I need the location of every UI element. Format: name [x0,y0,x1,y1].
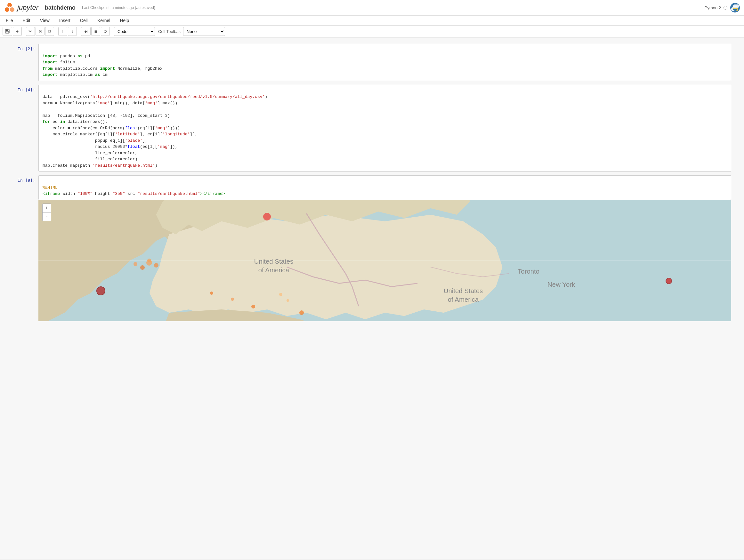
toolbar-separator-4 [112,28,112,35]
earthquake-dot-ca-3 [251,305,255,309]
top-bar: J jupyter batchdemo Last Checkpoint: a m… [0,0,744,16]
cell-9-container: In [9]: %%HTML <iframe width="100%" heig… [13,175,731,321]
earthquake-dot-top [263,213,271,221]
earthquake-dot-right [666,278,672,284]
earthquake-dot-ca-2 [231,297,234,301]
menu-bar: File Edit View Insert Cell Kernel Help [0,16,744,26]
svg-text:of America: of America [448,296,479,303]
svg-text:Toronto: Toronto [518,268,540,275]
paste-button[interactable]: ⧉ [45,27,54,36]
svg-text:New York: New York [548,281,575,288]
save-button[interactable] [3,27,12,36]
map-output: Canada United States of America United S… [38,200,731,321]
cell-2-container: In [2]: import pandas as pd import foliu… [13,44,731,81]
zoom-out-button[interactable]: - [43,212,51,221]
cell-4-container: In [4]: data = pd.read_csv('http://earth… [13,85,731,172]
move-up-button[interactable]: ↑ [58,27,67,36]
cell-4-body[interactable]: data = pd.read_csv('http://earthquake.us… [38,85,731,172]
earthquake-dot-cluster-3 [154,263,158,268]
zoom-in-button[interactable]: + [43,204,51,212]
cut-button[interactable]: ✂ [26,27,35,36]
main-content: In [2]: import pandas as pd import foliu… [0,37,744,559]
svg-text:United States: United States [444,287,483,294]
menu-insert[interactable]: Insert [57,17,72,24]
python-badge: Python 2 [705,3,740,13]
menu-cell[interactable]: Cell [78,17,90,24]
copy-button[interactable]: ⎘ [36,27,44,36]
cell-9-prompt: In [9]: [13,175,38,183]
menu-view[interactable]: View [38,17,51,24]
python-icon [730,3,740,13]
earthquake-dot-ca-4 [279,293,282,296]
toolbar-separator-1 [24,28,24,35]
jupyter-wordmark: jupyter [17,3,38,12]
earthquake-dot-ca-6 [299,310,304,315]
cell-type-select[interactable]: Code Markdown Raw NBConvert Heading [114,27,155,36]
cell-2-prompt: In [2]: [13,44,38,51]
svg-rect-7 [6,31,9,33]
kernel-status-circle [723,6,728,10]
earthquake-dot-cluster-4 [134,262,137,266]
jupyter-icon: J [4,2,15,13]
svg-text:United States: United States [254,258,294,265]
toolbar-separator-3 [79,28,79,35]
earthquake-dot-cluster-5 [147,258,151,263]
cell-2-body[interactable]: import pandas as pd import folium from m… [38,44,731,81]
map-zoom-controls: + - [42,203,51,221]
earthquake-dot-cluster-2 [140,265,145,270]
cell-9-wrapper: %%HTML <iframe width="100%" height="350"… [38,175,731,321]
restart-button[interactable]: ↺ [101,27,110,36]
fast-back-button[interactable]: ⏮ [81,27,90,36]
cell-4-prompt: In [4]: [13,85,38,92]
map-background: Canada United States of America United S… [38,200,731,321]
python-version-label: Python 2 [705,5,721,10]
earthquake-dot-ca-1 [210,291,213,295]
menu-help[interactable]: Help [118,17,131,24]
toolbar: + ✂ ⎘ ⧉ ↑ ↓ ⏮ ■ ↺ Code Markdown Raw NBCo… [0,26,744,37]
add-cell-button[interactable]: + [13,27,22,36]
menu-file[interactable]: File [4,17,15,24]
toolbar-separator-2 [56,28,57,35]
notebook-title[interactable]: batchdemo [45,4,76,11]
earthquake-dot-large-left [96,286,105,295]
move-down-button[interactable]: ↓ [68,27,77,36]
svg-text:of America: of America [258,266,289,273]
cell-toolbar-label: Cell Toolbar: [158,29,181,34]
svg-rect-6 [6,30,8,31]
svg-point-2 [10,7,14,12]
stop-button[interactable]: ■ [91,27,100,36]
cell-9-body[interactable]: %%HTML <iframe width="100%" height="350"… [38,175,731,200]
svg-text:J: J [9,6,10,10]
jupyter-logo: J jupyter [4,2,38,13]
menu-kernel[interactable]: Kernel [96,17,112,24]
menu-edit[interactable]: Edit [21,17,32,24]
checkpoint-info: Last Checkpoint: a minute ago (autosaved… [82,5,155,10]
cell-toolbar-select[interactable]: None Edit Metadata Raw Cell Format Slide… [183,27,225,36]
earthquake-dot-ca-5 [287,299,289,302]
